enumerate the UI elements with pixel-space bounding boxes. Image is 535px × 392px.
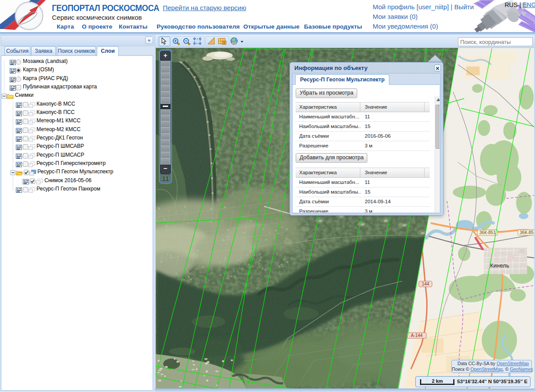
svg-text:Кинель: Кинель: [490, 262, 509, 269]
svg-text:144: 144: [422, 282, 429, 286]
svg-text:2 km: 2 km: [432, 378, 443, 384]
svg-text:36К-85: 36К-85: [520, 230, 534, 235]
svg-text:А-144: А-144: [411, 333, 423, 338]
svg-text:36К-851: 36К-851: [480, 230, 496, 235]
